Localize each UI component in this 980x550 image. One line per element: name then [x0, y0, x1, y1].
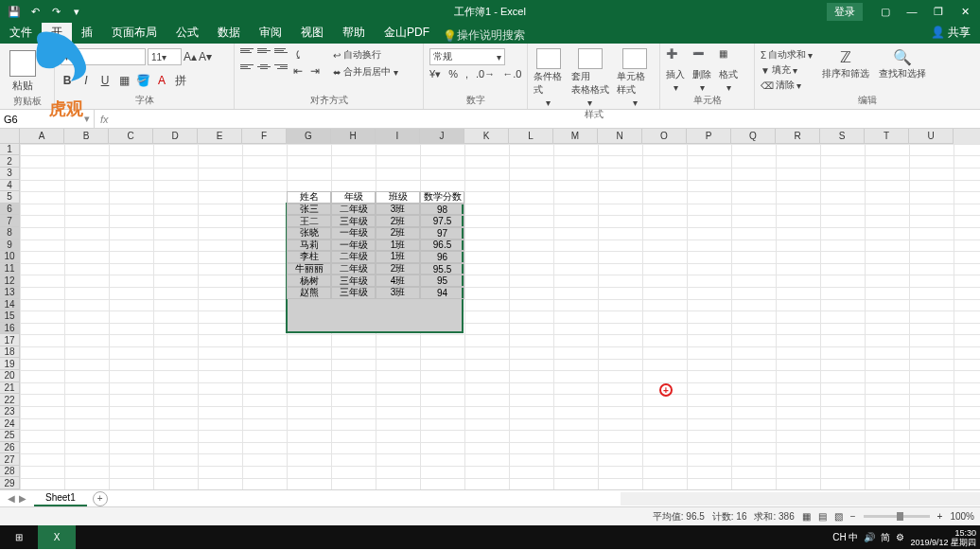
tab-review[interactable]: 审阅 [250, 22, 291, 44]
italic-button[interactable]: I [79, 74, 93, 87]
data-cell[interactable]: 马莉 [287, 240, 331, 252]
orientation-button[interactable]: ⤹ [291, 48, 305, 62]
redo-icon[interactable]: ↷ [49, 5, 62, 18]
data-cell[interactable]: 杨树 [287, 275, 331, 287]
data-cell[interactable]: 赵熊 [287, 287, 331, 299]
accounting-format-icon[interactable]: ¥▾ [429, 68, 441, 80]
column-header[interactable]: L [509, 129, 553, 144]
font-color-button[interactable]: A [155, 74, 168, 87]
column-header[interactable]: E [198, 129, 242, 144]
data-cell[interactable]: 一年级 [331, 240, 376, 252]
fill-button[interactable]: ▼填充▾ [761, 63, 813, 77]
row-header[interactable]: 17 [0, 334, 20, 346]
row-header[interactable]: 2 [0, 155, 20, 168]
tray-icons[interactable]: 🔊 [864, 532, 875, 542]
column-header[interactable]: C [109, 129, 153, 144]
column-header[interactable]: D [153, 129, 198, 144]
data-cell[interactable]: 二年级 [331, 251, 376, 263]
data-cell[interactable]: 97 [420, 227, 464, 240]
data-cell[interactable]: 96.5 [420, 240, 464, 252]
tab-insert[interactable]: 插 [72, 22, 102, 44]
row-header[interactable]: 7 [0, 215, 20, 227]
align-left-icon[interactable] [240, 64, 254, 76]
sheet-tab[interactable]: Sheet1 [34, 490, 87, 506]
row-header[interactable]: 29 [0, 477, 20, 489]
data-cell[interactable]: 张晓 [287, 227, 331, 240]
row-header[interactable]: 24 [0, 417, 20, 430]
column-header[interactable]: F [242, 129, 287, 144]
decrease-decimal-icon[interactable]: ←.0 [502, 68, 521, 80]
number-format-combo[interactable]: 常规▾ [429, 48, 505, 65]
row-header[interactable]: 8 [0, 227, 20, 240]
fill-color-button[interactable]: 🪣 [136, 74, 149, 87]
data-cell[interactable]: 1班 [376, 251, 420, 263]
row-header[interactable]: 3 [0, 168, 20, 180]
column-header[interactable]: B [64, 129, 109, 144]
data-cell[interactable]: 李柱 [287, 251, 331, 263]
row-header[interactable]: 21 [0, 382, 20, 395]
minimize-icon[interactable]: — [901, 2, 923, 21]
column-header[interactable]: O [642, 129, 687, 144]
row-header[interactable]: 11 [0, 263, 20, 275]
next-sheet-icon[interactable]: ▶ [19, 493, 26, 504]
row-header[interactable]: 9 [0, 240, 20, 252]
row-header[interactable]: 28 [0, 466, 20, 478]
column-header[interactable]: A [20, 129, 64, 144]
border-button[interactable]: ▦ [117, 74, 131, 87]
tab-home[interactable]: 开 [42, 22, 72, 44]
clear-button[interactable]: ⌫清除▾ [761, 79, 813, 92]
tab-file[interactable]: 文件 [0, 22, 42, 44]
maximize-icon[interactable]: ❐ [927, 2, 950, 21]
tab-formulas[interactable]: 公式 [166, 22, 208, 44]
data-cell[interactable]: 一年级 [331, 227, 376, 240]
font-size-combo[interactable]: 11▾ [148, 48, 182, 65]
excel-taskbar-icon[interactable]: X [38, 525, 76, 549]
format-cells-button[interactable]: ▦格式▾ [719, 48, 738, 93]
decrease-font-icon[interactable]: A▾ [199, 50, 212, 63]
sort-filter-button[interactable]: ℤ排序和筛选 [822, 48, 869, 80]
align-right-icon[interactable] [274, 64, 288, 76]
row-header[interactable]: 25 [0, 430, 20, 442]
data-cell[interactable]: 张三 [287, 204, 331, 216]
column-header[interactable]: H [331, 129, 376, 144]
fx-icon[interactable]: fx [100, 114, 109, 125]
row-header[interactable]: 4 [0, 180, 20, 192]
column-header[interactable]: R [776, 129, 820, 144]
autosum-button[interactable]: Σ自动求和▾ [761, 48, 813, 62]
data-cell[interactable]: 王二 [287, 215, 331, 227]
format-as-table-button[interactable]: 套用 表格格式▾ [571, 48, 609, 108]
paste-button[interactable]: 粘贴 [6, 48, 40, 95]
zoom-out-button[interactable]: − [850, 511, 856, 522]
tab-view[interactable]: 视图 [291, 22, 333, 44]
view-pagebreak-icon[interactable]: ▧ [834, 511, 843, 522]
name-box[interactable]: G6▾ [0, 110, 95, 128]
data-cell[interactable]: 2班 [376, 215, 420, 227]
data-cell[interactable]: 98 [420, 204, 464, 216]
start-button[interactable]: ⊞ [0, 525, 38, 549]
data-cell[interactable]: 95.5 [420, 263, 464, 275]
row-header[interactable]: 16 [0, 323, 20, 335]
find-select-button[interactable]: 🔍查找和选择 [879, 48, 926, 80]
font-name-combo[interactable]: ▾ [61, 48, 146, 65]
align-top-icon[interactable] [240, 48, 254, 60]
row-header[interactable]: 23 [0, 406, 20, 418]
data-cell[interactable]: 姓名 [287, 191, 331, 204]
undo-icon[interactable]: ↶ [28, 5, 42, 18]
wrap-text-button[interactable]: ↩自动换行 [333, 48, 398, 62]
row-header[interactable]: 27 [0, 453, 20, 466]
merge-center-button[interactable]: ⬌合并后居中▾ [333, 65, 398, 79]
row-header[interactable]: 12 [0, 275, 20, 287]
cell-styles-button[interactable]: 单元格样式▾ [617, 48, 654, 108]
data-cell[interactable]: 95 [420, 275, 464, 287]
data-cell[interactable]: 4班 [376, 275, 420, 287]
row-header[interactable]: 5 [0, 191, 20, 204]
tell-me-search[interactable]: 💡 操作说明搜索 [443, 27, 525, 44]
data-cell[interactable]: 2班 [376, 227, 420, 240]
data-cell[interactable]: 年级 [331, 191, 376, 204]
underline-button[interactable]: U [98, 74, 112, 87]
row-header[interactable]: 15 [0, 310, 20, 323]
qat-more-icon[interactable]: ▾ [70, 5, 83, 18]
view-pagelayout-icon[interactable]: ▤ [818, 511, 827, 522]
zoom-slider[interactable] [864, 515, 930, 518]
spreadsheet-grid[interactable]: ABCDEFGHIJKLMNOPQRSTU 123456789101112131… [0, 129, 980, 489]
